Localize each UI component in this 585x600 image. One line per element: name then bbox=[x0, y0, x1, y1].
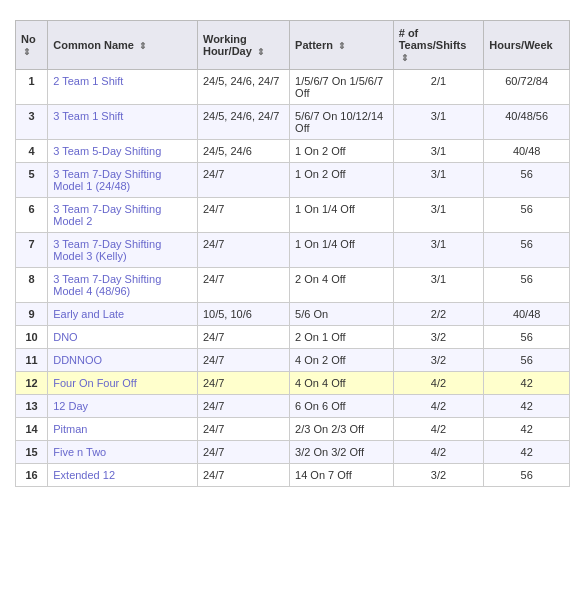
col-header-working[interactable]: Working Hour/Day ⇕ bbox=[197, 21, 289, 70]
table-row: 11DDNNOO24/74 On 2 Off3/256 bbox=[16, 349, 570, 372]
col-header-teams[interactable]: # of Teams/Shifts ⇕ bbox=[393, 21, 484, 70]
cell-working: 24/5, 24/6 bbox=[197, 140, 289, 163]
header-teams-label: # of Teams/Shifts bbox=[399, 27, 467, 51]
cell-working: 24/7 bbox=[197, 372, 289, 395]
cell-name[interactable]: 12 Day bbox=[48, 395, 198, 418]
cell-name[interactable]: 3 Team 5-Day Shifting bbox=[48, 140, 198, 163]
table-row: 12Four On Four Off24/74 On 4 Off4/242 bbox=[16, 372, 570, 395]
cell-hours: 56 bbox=[484, 268, 570, 303]
cell-no: 12 bbox=[16, 372, 48, 395]
cell-hours: 56 bbox=[484, 198, 570, 233]
cell-hours: 42 bbox=[484, 441, 570, 464]
cell-name[interactable]: 3 Team 7-Day Shifting Model 4 (48/96) bbox=[48, 268, 198, 303]
sort-arrow-teams: ⇕ bbox=[401, 53, 409, 63]
cell-working: 24/7 bbox=[197, 395, 289, 418]
cell-no: 6 bbox=[16, 198, 48, 233]
cell-teams: 3/2 bbox=[393, 464, 484, 487]
cell-name[interactable]: Pitman bbox=[48, 418, 198, 441]
cell-pattern: 2 On 1 Off bbox=[290, 326, 394, 349]
cell-no: 3 bbox=[16, 105, 48, 140]
cell-pattern: 2/3 On 2/3 Off bbox=[290, 418, 394, 441]
cell-hours: 56 bbox=[484, 326, 570, 349]
col-header-no[interactable]: No ⇕ bbox=[16, 21, 48, 70]
cell-hours: 56 bbox=[484, 349, 570, 372]
table-row: 83 Team 7-Day Shifting Model 4 (48/96)24… bbox=[16, 268, 570, 303]
table-row: 16Extended 1224/714 On 7 Off3/256 bbox=[16, 464, 570, 487]
cell-teams: 3/1 bbox=[393, 163, 484, 198]
cell-hours: 40/48/56 bbox=[484, 105, 570, 140]
cell-teams: 4/2 bbox=[393, 372, 484, 395]
cell-pattern: 14 On 7 Off bbox=[290, 464, 394, 487]
cell-working: 24/7 bbox=[197, 441, 289, 464]
table-row: 12 Team 1 Shift24/5, 24/6, 24/71/5/6/7 O… bbox=[16, 70, 570, 105]
sort-arrow-pattern: ⇕ bbox=[338, 41, 346, 51]
cell-teams: 3/2 bbox=[393, 326, 484, 349]
cell-pattern: 1 On 1/4 Off bbox=[290, 233, 394, 268]
cell-name[interactable]: Early and Late bbox=[48, 303, 198, 326]
cell-name[interactable]: Five n Two bbox=[48, 441, 198, 464]
cell-no: 14 bbox=[16, 418, 48, 441]
cell-pattern: 1/5/6/7 On 1/5/6/7 Off bbox=[290, 70, 394, 105]
cell-no: 4 bbox=[16, 140, 48, 163]
cell-hours: 42 bbox=[484, 418, 570, 441]
cell-teams: 3/1 bbox=[393, 268, 484, 303]
cell-no: 1 bbox=[16, 70, 48, 105]
header-name-label: Common Name bbox=[53, 39, 134, 51]
cell-teams: 3/2 bbox=[393, 349, 484, 372]
cell-name[interactable]: 3 Team 7-Day Shifting Model 1 (24/48) bbox=[48, 163, 198, 198]
cell-name[interactable]: 3 Team 7-Day Shifting Model 2 bbox=[48, 198, 198, 233]
cell-teams: 4/2 bbox=[393, 418, 484, 441]
cell-working: 24/5, 24/6, 24/7 bbox=[197, 105, 289, 140]
cell-pattern: 4 On 2 Off bbox=[290, 349, 394, 372]
cell-pattern: 5/6/7 On 10/12/14 Off bbox=[290, 105, 394, 140]
cell-working: 24/7 bbox=[197, 163, 289, 198]
cell-working: 24/7 bbox=[197, 349, 289, 372]
cell-no: 15 bbox=[16, 441, 48, 464]
cell-name[interactable]: 2 Team 1 Shift bbox=[48, 70, 198, 105]
col-header-name[interactable]: Common Name ⇕ bbox=[48, 21, 198, 70]
cell-working: 24/7 bbox=[197, 418, 289, 441]
cell-no: 16 bbox=[16, 464, 48, 487]
cell-no: 9 bbox=[16, 303, 48, 326]
cell-working: 24/5, 24/6, 24/7 bbox=[197, 70, 289, 105]
shift-table: No ⇕ Common Name ⇕ Working Hour/Day ⇕ Pa… bbox=[15, 20, 570, 487]
cell-hours: 40/48 bbox=[484, 303, 570, 326]
cell-name[interactable]: Extended 12 bbox=[48, 464, 198, 487]
cell-pattern: 1 On 2 Off bbox=[290, 163, 394, 198]
cell-no: 5 bbox=[16, 163, 48, 198]
cell-name[interactable]: 3 Team 1 Shift bbox=[48, 105, 198, 140]
cell-working: 10/5, 10/6 bbox=[197, 303, 289, 326]
table-row: 15Five n Two24/73/2 On 3/2 Off4/242 bbox=[16, 441, 570, 464]
cell-working: 24/7 bbox=[197, 233, 289, 268]
cell-teams: 4/2 bbox=[393, 395, 484, 418]
sort-arrow-name: ⇕ bbox=[139, 41, 147, 51]
cell-pattern: 1 On 1/4 Off bbox=[290, 198, 394, 233]
cell-hours: 56 bbox=[484, 464, 570, 487]
cell-pattern: 3/2 On 3/2 Off bbox=[290, 441, 394, 464]
table-row: 1312 Day24/76 On 6 Off4/242 bbox=[16, 395, 570, 418]
cell-working: 24/7 bbox=[197, 326, 289, 349]
cell-hours: 60/72/84 bbox=[484, 70, 570, 105]
cell-pattern: 5/6 On bbox=[290, 303, 394, 326]
cell-teams: 2/1 bbox=[393, 70, 484, 105]
table-row: 14Pitman24/72/3 On 2/3 Off4/242 bbox=[16, 418, 570, 441]
cell-no: 7 bbox=[16, 233, 48, 268]
cell-teams: 4/2 bbox=[393, 441, 484, 464]
cell-working: 24/7 bbox=[197, 268, 289, 303]
col-header-pattern[interactable]: Pattern ⇕ bbox=[290, 21, 394, 70]
cell-name[interactable]: Four On Four Off bbox=[48, 372, 198, 395]
table-body: 12 Team 1 Shift24/5, 24/6, 24/71/5/6/7 O… bbox=[16, 70, 570, 487]
cell-hours: 40/48 bbox=[484, 140, 570, 163]
cell-name[interactable]: DDNNOO bbox=[48, 349, 198, 372]
table-row: 10DNO24/72 On 1 Off3/256 bbox=[16, 326, 570, 349]
cell-name[interactable]: 3 Team 7-Day Shifting Model 3 (Kelly) bbox=[48, 233, 198, 268]
cell-teams: 3/1 bbox=[393, 105, 484, 140]
cell-pattern: 6 On 6 Off bbox=[290, 395, 394, 418]
cell-name[interactable]: DNO bbox=[48, 326, 198, 349]
table-row: 63 Team 7-Day Shifting Model 224/71 On 1… bbox=[16, 198, 570, 233]
col-header-hours[interactable]: Hours/Week bbox=[484, 21, 570, 70]
header-pattern-label: Pattern bbox=[295, 39, 333, 51]
cell-teams: 3/1 bbox=[393, 233, 484, 268]
cell-pattern: 2 On 4 Off bbox=[290, 268, 394, 303]
cell-hours: 42 bbox=[484, 372, 570, 395]
